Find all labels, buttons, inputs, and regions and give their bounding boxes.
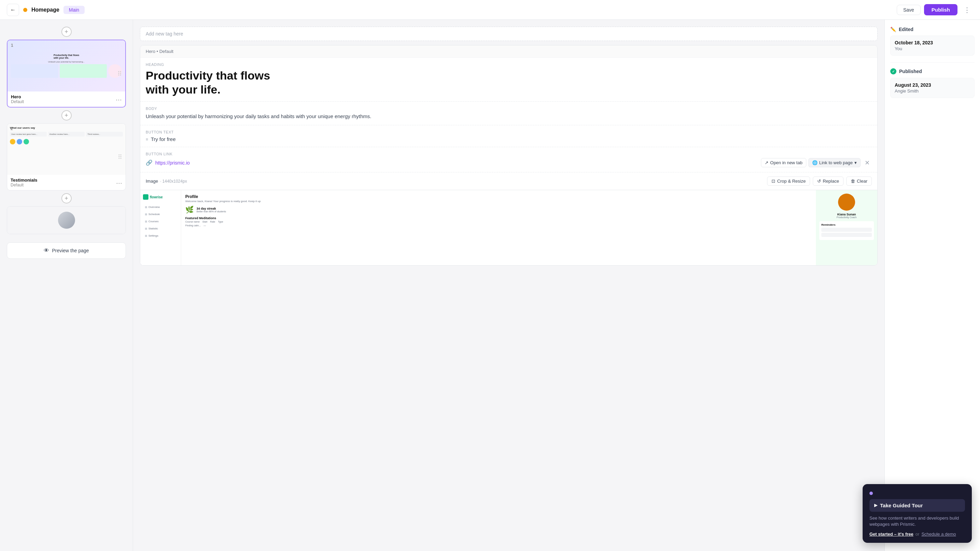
- main-badge[interactable]: Main: [64, 6, 84, 14]
- add-section-bottom-button[interactable]: +: [61, 193, 72, 204]
- thumb-t-col2: Another review here...: [48, 132, 85, 137]
- clear-link-button[interactable]: ✕: [862, 158, 872, 167]
- published-user: Angie Smith: [895, 88, 970, 94]
- heading-text[interactable]: Productivity that flows with your life.: [146, 68, 872, 97]
- tour-dot-icon: [869, 492, 873, 495]
- thumb-t-row: User review text goes here... Another re…: [10, 132, 123, 137]
- save-button[interactable]: Save: [897, 5, 921, 15]
- thumb-t-avatars: [10, 139, 29, 144]
- heading-line2: with your life.: [146, 83, 220, 96]
- section-options-button-1[interactable]: ⋯: [116, 96, 122, 104]
- text-align-icon: ≡: [146, 137, 148, 142]
- open-new-tab-button[interactable]: ↗ Open in new tab: [761, 158, 806, 167]
- fake-app-title: Profile: [185, 194, 812, 199]
- take-guided-tour-button[interactable]: ▶ Take Guided Tour: [869, 499, 965, 512]
- fake-avatar: [838, 194, 855, 211]
- fake-logo-icon: [143, 194, 148, 200]
- replace-button[interactable]: ↺ Replace: [813, 177, 843, 186]
- get-started-link[interactable]: Get started – it's free: [869, 532, 913, 537]
- image-label: Image: [146, 178, 158, 184]
- button-text-row: ≡ Try for free: [146, 136, 872, 142]
- fake-streak-sub: Better than 86% of students: [197, 210, 226, 213]
- add-section-above-button[interactable]: +: [61, 27, 72, 37]
- section-number-2: 2: [11, 126, 13, 131]
- play-icon: ▶: [874, 503, 877, 508]
- edited-card: October 18, 2023 You: [890, 35, 975, 56]
- body-text[interactable]: Unleash your potential by harmonizing yo…: [146, 113, 872, 121]
- fake-streak-info: 34 day streak Better than 86% of student…: [197, 207, 226, 213]
- tag-input[interactable]: Add new tag here: [140, 27, 878, 41]
- section-card-testimonials[interactable]: 2 ⠿ What our users say User review text …: [7, 123, 126, 191]
- button-link-label: Button Link: [146, 152, 872, 156]
- image-section: Image · 1440x1024px ⊡ Crop & Resize ↺ Re…: [140, 172, 877, 265]
- partial-avatar-fill: [58, 212, 75, 229]
- section-number-1: 1: [11, 43, 13, 48]
- fake-logo-text: flowrise: [150, 195, 163, 199]
- button-text-value[interactable]: Try for free: [151, 136, 176, 142]
- back-button[interactable]: ←: [7, 4, 19, 16]
- thumb-avatar-1: [10, 139, 15, 144]
- col-start: Start: [202, 221, 207, 223]
- section-options-button-2[interactable]: ⋯: [116, 179, 122, 187]
- publish-button[interactable]: Publish: [924, 4, 958, 15]
- fake-meditations-label: Featured Meditations: [185, 217, 812, 220]
- image-dims: · 1440x1024px: [160, 179, 187, 184]
- fake-user-role: Productivity Coach: [837, 216, 856, 218]
- fake-app-sub: Welcome back, Kiana! Your progress is re…: [185, 200, 812, 203]
- tag-placeholder: Add new tag here: [146, 31, 183, 37]
- pencil-icon: ✏️: [890, 27, 896, 32]
- section-variant-testimonials: Default: [11, 183, 122, 188]
- heading-label: Heading: [146, 62, 872, 67]
- crop-resize-label: Crop & Resize: [777, 178, 806, 184]
- section-thumbnail-partial: [7, 207, 126, 234]
- partial-avatar: [58, 212, 75, 229]
- fake-reminder-2: [821, 233, 872, 237]
- button-link-field-group: Button Link 🔗 https://prismic.io ↗ Open …: [140, 147, 877, 172]
- button-text-field-group: Button Text ≡ Try for free: [140, 125, 877, 147]
- link-url[interactable]: https://prismic.io: [155, 160, 190, 166]
- thumb-card-2: [60, 64, 107, 78]
- thumb-heading: Productivity that flowswith your life.: [54, 54, 79, 60]
- section-thumbnail-hero: Productivity that flowswith your life. U…: [8, 40, 125, 91]
- link-to-web-label: Link to web page: [819, 160, 853, 165]
- preview-page-button[interactable]: 👁 Preview the page: [7, 242, 126, 259]
- thumb-cards: [11, 64, 122, 78]
- heading-field-group: Heading Productivity that flows with you…: [140, 58, 877, 102]
- add-section-middle-row: +: [7, 108, 126, 123]
- col-type: Type: [218, 221, 223, 223]
- published-date: August 23, 2023: [895, 82, 970, 88]
- clear-button[interactable]: 🗑 Clear: [846, 177, 872, 186]
- topbar-right: Save Publish ⋮: [897, 4, 973, 15]
- edited-date: October 18, 2023: [895, 40, 970, 45]
- link-toggle-group: ↗ Open in new tab 🌐 Link to web page ▾ ✕: [761, 158, 872, 167]
- image-header: Image · 1440x1024px ⊡ Crop & Resize ↺ Re…: [140, 172, 877, 190]
- schedule-demo-link[interactable]: Schedule a demo: [921, 532, 956, 537]
- section-label-hero: Hero Default: [8, 91, 125, 107]
- body-label: Body: [146, 107, 872, 111]
- section-name-testimonials: Testimonials: [11, 178, 122, 183]
- fake-reminder-1: [821, 228, 872, 232]
- topbar: ← Homepage Main Save Publish ⋮: [0, 0, 980, 20]
- globe-icon: 🌐: [812, 160, 818, 165]
- section-name-hero: Hero: [11, 94, 122, 99]
- clear-label: Clear: [857, 178, 867, 184]
- link-row: 🔗 https://prismic.io ↗ Open in new tab 🌐…: [146, 158, 872, 167]
- tour-or-text: or: [915, 532, 920, 537]
- section-card-partial[interactable]: [7, 206, 126, 234]
- main-layout: + 1 ⠿ Productivity that flowswith your l…: [0, 20, 980, 551]
- published-title: ✓ Published: [890, 68, 975, 75]
- topbar-left: ← Homepage Main: [7, 4, 84, 16]
- button-text-label: Button Text: [146, 130, 872, 134]
- link-to-web-button[interactable]: 🌐 Link to web page ▾: [808, 158, 861, 167]
- section-card-hero[interactable]: 1 ⠿ Productivity that flowswith your lif…: [7, 40, 126, 108]
- crop-resize-button[interactable]: ⊡ Crop & Resize: [767, 177, 810, 186]
- fake-leaf-icon: 🌿: [185, 205, 194, 214]
- fake-app-sidebar: flowrise Overview Schedule Courses Stati…: [140, 190, 181, 265]
- drag-handle-2[interactable]: ⠿: [118, 153, 122, 161]
- add-section-middle-button[interactable]: +: [61, 110, 72, 121]
- heading-line1: Productivity that flows: [146, 69, 270, 82]
- image-actions: ⊡ Crop & Resize ↺ Replace 🗑 Clear: [767, 177, 872, 186]
- more-options-button[interactable]: ⋮: [961, 5, 973, 15]
- fake-avatar-fill: [838, 194, 855, 211]
- drag-handle-1[interactable]: ⠿: [118, 70, 122, 78]
